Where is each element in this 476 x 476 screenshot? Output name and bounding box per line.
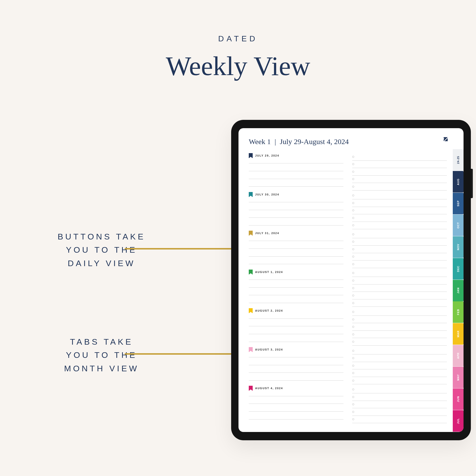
todo-line[interactable]	[352, 369, 447, 377]
day-block: AUGUST 1, 2024	[249, 268, 343, 307]
todo-line[interactable]	[352, 347, 447, 355]
rule-line	[249, 288, 343, 288]
todo-line[interactable]	[352, 292, 447, 299]
day-bookmark-icon[interactable]	[249, 347, 253, 352]
todo-line[interactable]	[352, 253, 447, 261]
day-bookmark-icon[interactable]	[249, 270, 253, 274]
bullet-circle-icon	[352, 194, 354, 196]
todo-line[interactable]	[352, 176, 447, 183]
todo-line[interactable]	[352, 222, 447, 229]
tab-year[interactable]: 24-25	[453, 149, 463, 171]
bullet-circle-icon	[352, 333, 354, 335]
writing-lines	[249, 315, 343, 346]
todo-line[interactable]	[352, 214, 447, 222]
todo-line[interactable]	[352, 386, 447, 393]
rule-line	[249, 202, 343, 202]
day-block: JULY 31, 2024	[249, 229, 343, 268]
day-date-label: AUGUST 4, 2024	[255, 387, 283, 390]
tab-apr[interactable]: APR	[453, 345, 463, 366]
callout-line: TABS TAKE	[29, 335, 174, 348]
todo-line[interactable]	[352, 308, 447, 316]
todo-line[interactable]	[352, 331, 447, 338]
tab-jun[interactable]: JUN	[453, 389, 463, 410]
todo-line[interactable]	[352, 323, 447, 331]
bullet-circle-icon	[352, 178, 354, 180]
bullet-circle-icon	[352, 171, 354, 173]
bullet-circle-icon	[352, 341, 354, 343]
bullet-circle-icon	[352, 255, 354, 257]
tab-feb[interactable]: FEB	[453, 301, 463, 323]
todo-line[interactable]	[352, 260, 447, 268]
day-block: JULY 30, 2024	[249, 190, 343, 229]
todo-line[interactable]	[352, 355, 447, 362]
rule-line	[249, 171, 343, 171]
todo-line[interactable]	[352, 299, 447, 307]
tab-jan[interactable]: JAN	[453, 280, 463, 301]
todo-line[interactable]	[352, 207, 447, 215]
day-bookmark-icon[interactable]	[249, 386, 253, 391]
todo-line[interactable]	[352, 393, 447, 401]
todo-line[interactable]	[352, 416, 447, 424]
rule-line	[249, 179, 343, 179]
day-bookmark-icon[interactable]	[249, 192, 253, 197]
bullet-circle-icon	[352, 396, 354, 398]
bullet-circle-icon	[352, 302, 354, 304]
todo-line[interactable]	[352, 316, 447, 323]
todo-column	[352, 152, 447, 423]
day-bookmark-icon[interactable]	[249, 308, 253, 313]
writing-lines	[249, 198, 343, 229]
bullet-circle-icon	[352, 217, 354, 219]
tab-nov[interactable]: NOV	[453, 236, 463, 258]
tab-mar[interactable]: MAR	[453, 323, 463, 345]
todo-line[interactable]	[352, 199, 447, 207]
bullet-circle-icon	[352, 319, 354, 321]
callout-line: DAILY VIEW	[29, 256, 174, 270]
arrow-icon	[125, 248, 249, 250]
todo-group	[352, 307, 447, 346]
tab-sep[interactable]: SEP	[453, 193, 463, 214]
rule-line	[249, 365, 343, 365]
rule-line	[249, 241, 343, 241]
bullet-circle-icon	[352, 263, 354, 265]
todo-line[interactable]	[352, 401, 447, 408]
bullet-circle-icon	[352, 241, 354, 243]
todo-line[interactable]	[352, 168, 447, 176]
day-header: AUGUST 2, 2024	[249, 308, 343, 313]
planner-page: Week 1 | July 29-August 4, 2024 JULY 29,…	[238, 128, 453, 432]
todo-line[interactable]	[352, 231, 447, 238]
todo-line[interactable]	[352, 153, 447, 161]
tab-dec[interactable]: DEC	[453, 258, 463, 280]
tab-may[interactable]: MAY	[453, 367, 463, 388]
tab-oct[interactable]: OCT	[453, 215, 463, 236]
rule-line	[249, 295, 343, 295]
todo-line[interactable]	[352, 362, 447, 370]
writing-lines	[249, 276, 343, 307]
bullet-circle-icon	[352, 418, 354, 420]
tab-aug[interactable]: AUG	[453, 171, 463, 192]
tablet-frame: Week 1 | July 29-August 4, 2024 JULY 29,…	[231, 120, 471, 440]
todo-line[interactable]	[352, 277, 447, 285]
tab-jul[interactable]: JUL	[453, 410, 463, 432]
bullet-circle-icon	[352, 163, 354, 165]
todo-line[interactable]	[352, 183, 447, 190]
writing-lines	[249, 392, 343, 423]
rule-line	[249, 280, 343, 280]
todo-line[interactable]	[352, 408, 447, 416]
todo-line[interactable]	[352, 192, 447, 200]
bullet-circle-icon	[352, 186, 354, 187]
day-bookmark-icon[interactable]	[249, 231, 253, 236]
writing-lines	[249, 159, 343, 190]
day-header: JULY 29, 2024	[249, 153, 343, 158]
bullet-circle-icon	[352, 372, 354, 374]
day-bookmark-icon[interactable]	[249, 153, 253, 158]
todo-line[interactable]	[352, 246, 447, 253]
todo-line[interactable]	[352, 338, 447, 346]
todo-line[interactable]	[352, 377, 447, 385]
day-block: AUGUST 2, 2024	[249, 307, 343, 346]
todo-line[interactable]	[352, 238, 447, 246]
todo-line[interactable]	[352, 270, 447, 277]
bullet-circle-icon	[352, 248, 354, 250]
todo-line[interactable]	[352, 161, 447, 168]
todo-line[interactable]	[352, 285, 447, 292]
rule-line	[249, 163, 343, 163]
